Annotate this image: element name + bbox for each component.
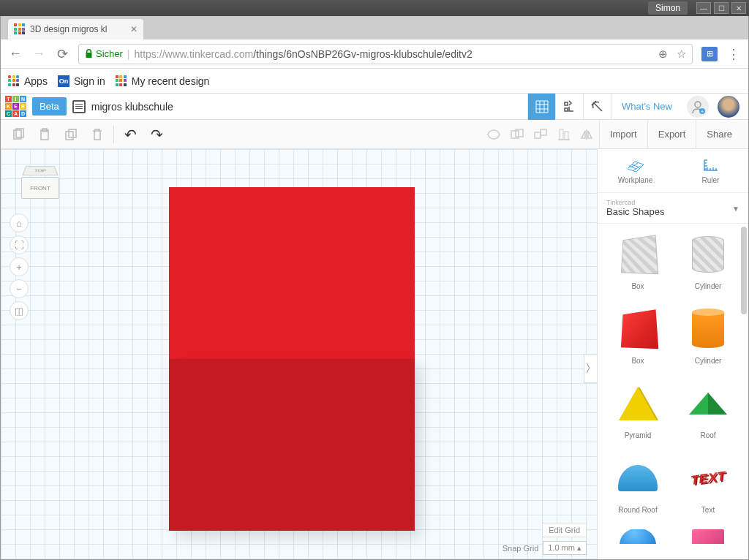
tinkercad-logo[interactable]: TIN KER CAD xyxy=(5,96,26,117)
extension-icon[interactable]: ⊞ xyxy=(701,47,718,61)
shape-cylinder[interactable]: Cylinder xyxy=(675,231,741,298)
shape-round-roof[interactable]: Round Roof xyxy=(605,455,671,522)
bookmark-apps[interactable]: Apps xyxy=(8,75,48,87)
fit-view-button[interactable]: ⛶ xyxy=(10,235,29,254)
app-header: TIN KER CAD Beta migros klubschule Wha xyxy=(1,94,748,120)
shape-thumbnail xyxy=(614,455,661,502)
pickaxe-icon xyxy=(590,99,605,114)
workplane-tool[interactable]: Workplane xyxy=(598,149,673,192)
shape-label: Cylinder xyxy=(695,282,722,290)
import-button[interactable]: Import xyxy=(599,120,647,149)
lock-icon xyxy=(85,49,93,58)
bookmark-label: My recent design xyxy=(132,75,210,87)
delete-button[interactable] xyxy=(86,123,109,146)
align-button[interactable] xyxy=(552,123,576,146)
shapes-grid: BoxCylinderBoxCylinderPyramidRoofRound R… xyxy=(598,224,748,559)
design-name[interactable]: migros klubschule xyxy=(72,100,173,113)
secure-indicator: Sicher xyxy=(85,48,123,59)
ortho-toggle-button[interactable]: ◫ xyxy=(10,301,29,320)
panel-collapse-button[interactable]: 〉 xyxy=(584,354,597,383)
window-close-button[interactable]: ✕ xyxy=(731,2,746,14)
zoom-in-button[interactable]: + xyxy=(10,257,29,276)
bookmark-label: Apps xyxy=(24,75,48,87)
shape-hemisphere[interactable] xyxy=(605,529,671,552)
show-all-button[interactable] xyxy=(482,123,505,146)
snap-grid-value[interactable]: 1.0 mm ▴ xyxy=(543,541,587,555)
shapes-panel: Workplane Ruler Tinkercad Basic Shapes ▼… xyxy=(597,149,748,559)
window-maximize-button[interactable]: ☐ xyxy=(714,2,729,14)
secure-label: Sicher xyxy=(96,48,123,59)
shape-text[interactable]: TEXTText xyxy=(675,455,741,522)
viewcube-front[interactable]: FRONT xyxy=(21,177,59,199)
paste-button[interactable] xyxy=(33,123,56,146)
shape-pyramid[interactable]: Pyramid xyxy=(605,380,671,447)
ruler-tool[interactable]: Ruler xyxy=(673,149,748,192)
svg-rect-14 xyxy=(565,132,568,140)
canvas-tools: ⌂ ⛶ + − ◫ xyxy=(10,213,29,320)
copy-button[interactable] xyxy=(7,123,30,146)
share-button[interactable]: Share xyxy=(696,120,742,149)
mirror-button[interactable] xyxy=(576,123,599,146)
designs-list-icon xyxy=(72,100,86,113)
blocks-view-button[interactable] xyxy=(555,94,583,120)
tab-strip: 3D design migros kl ✕ xyxy=(1,16,748,39)
os-user-label: Simon xyxy=(648,1,688,15)
tinkercad-favicon xyxy=(116,75,127,87)
url-bar: ← → ⟳ Sicher | https://www.tinkercad.com… xyxy=(1,39,748,69)
shape-thumbnail xyxy=(685,231,731,278)
shape-label: Round Roof xyxy=(618,506,657,514)
canvas-shape-box[interactable] xyxy=(169,187,415,531)
export-button[interactable]: Export xyxy=(647,120,696,149)
tinkercad-app: TIN KER CAD Beta migros klubschule Wha xyxy=(1,94,748,559)
ruler-icon xyxy=(701,157,720,173)
shape-next[interactable] xyxy=(675,529,741,552)
shape-category-selector[interactable]: Tinkercad Basic Shapes ▼ xyxy=(598,193,748,224)
bookmark-recent[interactable]: My recent design xyxy=(116,75,210,87)
svg-rect-11 xyxy=(535,132,541,138)
shape-cylinder[interactable]: Cylinder xyxy=(675,306,741,373)
window-minimize-button[interactable]: — xyxy=(696,2,711,14)
edit-grid-button[interactable]: Edit Grid xyxy=(542,523,587,537)
view-cube[interactable]: TOP FRONT xyxy=(21,164,59,202)
tab-close-icon[interactable]: ✕ xyxy=(130,24,138,34)
bookmark-star-icon[interactable]: ☆ xyxy=(677,48,686,61)
viewcube-top[interactable]: TOP xyxy=(22,166,58,175)
undo-button[interactable]: ↶ xyxy=(118,123,142,146)
tinkercad-favicon xyxy=(14,23,26,35)
shapes-scrollbar[interactable] xyxy=(741,227,747,314)
shape-roof[interactable]: Roof xyxy=(675,380,741,447)
zoom-out-button[interactable]: − xyxy=(10,279,29,298)
minecraft-button[interactable] xyxy=(583,94,611,120)
reload-button[interactable]: ⟳ xyxy=(55,46,69,62)
browser-window: 3D design migros kl ✕ ← → ⟳ Sicher | htt… xyxy=(0,16,749,560)
user-avatar[interactable] xyxy=(718,96,739,118)
browser-tab[interactable]: 3D design migros kl ✕ xyxy=(8,19,143,39)
snap-grid-control: Snap Grid 1.0 mm ▴ xyxy=(503,541,587,555)
address-bar[interactable]: Sicher | https://www.tinkercad.com/thing… xyxy=(78,44,693,64)
back-button[interactable]: ← xyxy=(8,46,23,61)
redo-button[interactable]: ↷ xyxy=(145,123,168,146)
ungroup-button[interactable] xyxy=(529,123,552,146)
duplicate-button[interactable] xyxy=(59,123,83,146)
group-button[interactable] xyxy=(505,123,529,146)
browser-menu-button[interactable]: ⋮ xyxy=(726,46,741,62)
code-block-icon xyxy=(562,100,577,113)
shape-thumbnail xyxy=(685,306,731,352)
os-titlebar: Simon — ☐ ✕ xyxy=(0,0,749,16)
svg-point-0 xyxy=(695,102,701,107)
shape-thumbnail xyxy=(614,380,661,427)
zoom-icon[interactable]: ⊕ xyxy=(658,48,668,61)
shape-box[interactable]: Box xyxy=(605,231,671,298)
grid-icon xyxy=(535,100,549,113)
whats-new-link[interactable]: What's New xyxy=(611,94,682,120)
bookmark-signin[interactable]: On Sign in xyxy=(58,75,105,87)
shape-thumbnail xyxy=(614,306,661,352)
beta-badge: Beta xyxy=(32,97,67,116)
home-view-button[interactable]: ⌂ xyxy=(10,213,29,232)
forward-button[interactable]: → xyxy=(31,46,46,61)
shape-box[interactable]: Box xyxy=(605,306,671,373)
grid-view-button[interactable] xyxy=(527,94,555,120)
account-icon[interactable]: + xyxy=(687,96,709,118)
canvas[interactable]: TOP FRONT ⌂ ⛶ + − ◫ 〉 Edit Grid Snap G xyxy=(1,149,597,559)
shape-thumbnail xyxy=(685,380,731,427)
